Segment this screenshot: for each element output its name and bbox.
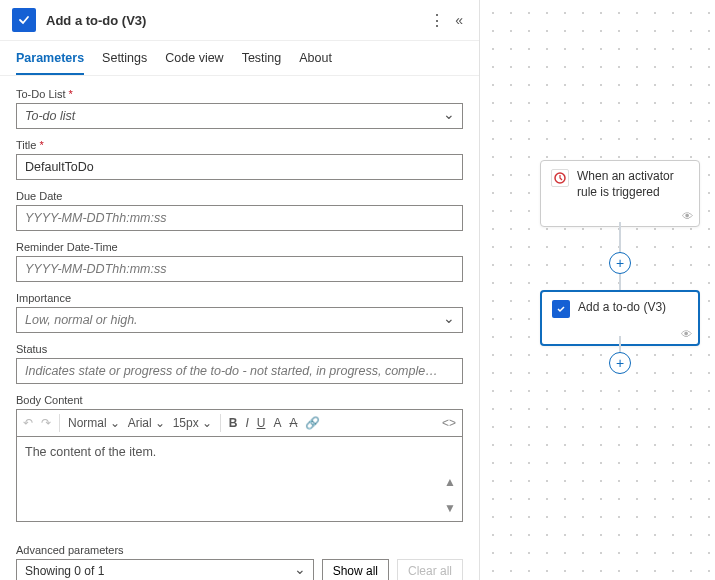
flow-canvas[interactable]: When an activator rule is triggered 👁 + … xyxy=(480,0,715,580)
advanced-params-select[interactable]: Showing 0 of 1 xyxy=(16,559,314,580)
connector-line xyxy=(619,222,621,252)
importance-label: Importance xyxy=(16,292,463,304)
todo-list-label: To-Do List * xyxy=(16,88,463,100)
tab-about[interactable]: About xyxy=(299,51,332,75)
font-size-dropdown[interactable]: 15px ⌄ xyxy=(173,416,212,430)
tab-parameters[interactable]: Parameters xyxy=(16,51,84,75)
action-node-title: Add a to-do (V3) xyxy=(578,300,666,316)
format-style-dropdown[interactable]: Normal ⌄ xyxy=(68,416,120,430)
tab-testing[interactable]: Testing xyxy=(242,51,282,75)
rich-text-toolbar: ↶ ↷ Normal ⌄ Arial ⌄ 15px ⌄ B I U A A 🔗 … xyxy=(16,409,463,436)
panel-title: Add a to-do (V3) xyxy=(46,13,423,28)
clear-format-icon[interactable]: A xyxy=(289,416,297,430)
reminder-label: Reminder Date-Time xyxy=(16,241,463,253)
connector-line xyxy=(619,336,621,352)
due-date-input[interactable] xyxy=(16,205,463,231)
tab-bar: Parameters Settings Code view Testing Ab… xyxy=(0,41,479,76)
connector-line xyxy=(619,274,621,290)
body-content-label: Body Content xyxy=(16,394,463,406)
advanced-params-label: Advanced parameters xyxy=(16,544,463,556)
config-panel: Add a to-do (V3) ⋮ « Parameters Settings… xyxy=(0,0,480,580)
status-label: Status xyxy=(16,343,463,355)
link-icon[interactable]: 🔗 xyxy=(305,416,320,430)
trigger-node[interactable]: When an activator rule is triggered 👁 xyxy=(540,160,700,227)
importance-select[interactable]: Low, normal or high. xyxy=(16,307,463,333)
title-label: Title * xyxy=(16,139,463,151)
body-content-editor[interactable]: The content of the item. ▲ ▼ xyxy=(16,436,463,522)
todo-action-icon xyxy=(552,300,570,318)
scroll-down-icon[interactable]: ▼ xyxy=(444,501,456,515)
due-date-label: Due Date xyxy=(16,190,463,202)
collapse-panel-icon[interactable]: « xyxy=(451,12,467,28)
bold-icon[interactable]: B xyxy=(229,416,238,430)
status-select[interactable]: Indicates state or progress of the to-do… xyxy=(16,358,463,384)
undo-icon[interactable]: ↶ xyxy=(23,416,33,430)
add-step-button[interactable]: + xyxy=(609,252,631,274)
clear-all-button: Clear all xyxy=(397,559,463,580)
more-menu-icon[interactable]: ⋮ xyxy=(423,11,451,30)
reminder-input[interactable] xyxy=(16,256,463,282)
redo-icon[interactable]: ↷ xyxy=(41,416,51,430)
tab-code-view[interactable]: Code view xyxy=(165,51,223,75)
title-input[interactable] xyxy=(16,154,463,180)
code-view-toggle-icon[interactable]: <> xyxy=(442,416,456,430)
add-step-button[interactable]: + xyxy=(609,352,631,374)
font-family-dropdown[interactable]: Arial ⌄ xyxy=(128,416,165,430)
trigger-node-title: When an activator rule is triggered xyxy=(577,169,689,200)
parameters-form: To-Do List * To-do list Title * Due Date… xyxy=(0,76,479,580)
visibility-icon[interactable]: 👁 xyxy=(681,328,692,340)
visibility-icon[interactable]: 👁 xyxy=(682,210,693,222)
tab-settings[interactable]: Settings xyxy=(102,51,147,75)
panel-header: Add a to-do (V3) ⋮ « xyxy=(0,0,479,41)
show-all-button[interactable]: Show all xyxy=(322,559,389,580)
font-color-icon[interactable]: A xyxy=(273,416,281,430)
italic-icon[interactable]: I xyxy=(245,416,248,430)
todo-list-select[interactable]: To-do list xyxy=(16,103,463,129)
underline-icon[interactable]: U xyxy=(257,416,266,430)
scroll-up-icon[interactable]: ▲ xyxy=(444,475,456,489)
activator-icon xyxy=(551,169,569,187)
todo-connector-icon xyxy=(12,8,36,32)
